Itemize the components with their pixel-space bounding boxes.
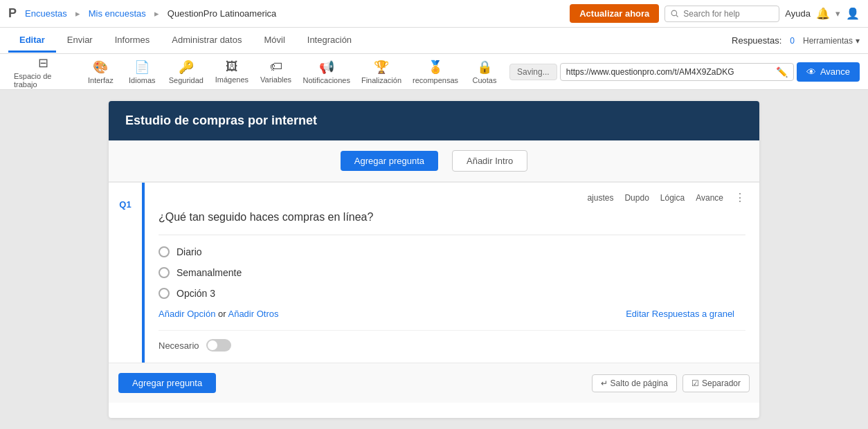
edit-url-icon[interactable]: ✏️ xyxy=(776,66,788,77)
herramientas-label: Herramientas xyxy=(803,36,853,46)
action-logica[interactable]: Lógica xyxy=(660,193,685,203)
breadcrumb-encuestas[interactable]: Encuestas xyxy=(25,8,67,19)
toolbar-imagenes[interactable]: 🖼 Imágenes xyxy=(210,57,253,86)
toolbar-finalizacion[interactable]: 🏆 Finalización xyxy=(357,57,406,87)
bottom-add-question-bar: Agregar pregunta ↵ Salto de página ☑ Sep… xyxy=(109,363,759,403)
upgrade-button[interactable]: Actualizar ahora xyxy=(570,4,659,23)
toolbar-variables-label: Variables xyxy=(260,75,291,84)
question-block: Q1 ajustes Dupdo Lógica Avance ⋮ ¿Qué ta… xyxy=(109,182,759,363)
bell-chevron: ▾ xyxy=(835,8,840,19)
toolbar: ⊟ Espacio de trabajo 🎨 Interfaz 📄 Idioma… xyxy=(0,54,868,90)
search-input[interactable] xyxy=(683,9,773,19)
toolbar-finalizacion-label: Finalización xyxy=(361,76,401,84)
herramientas-chevron-icon: ▾ xyxy=(856,36,860,46)
toolbar-seguridad-label: Seguridad xyxy=(169,76,204,84)
separador-button[interactable]: ☑ Separador xyxy=(682,374,750,392)
toolbar-espacio[interactable]: ⊟ Espacio de trabajo xyxy=(8,53,78,91)
herramientas-button[interactable]: Herramientas ▾ xyxy=(803,36,860,46)
bell-icon[interactable]: 🔔 xyxy=(816,7,830,20)
notificaciones-icon: 📢 xyxy=(319,60,334,75)
logo-icon: P xyxy=(8,6,17,21)
eye-icon: 👁 xyxy=(806,66,816,77)
salto-pagina-label: Salto de página xyxy=(611,378,668,388)
finalizacion-icon: 🏆 xyxy=(374,60,389,75)
main-content: Estudio de compras por internet Agregar … xyxy=(0,90,868,429)
recompensas-icon: 🏅 xyxy=(428,60,443,75)
toolbar-cuotas[interactable]: 🔒 Cuotas xyxy=(465,57,504,87)
url-input[interactable] xyxy=(566,67,772,77)
action-avance[interactable]: Avance xyxy=(696,193,723,203)
avance-button[interactable]: 👁 Avance xyxy=(797,62,860,82)
cuotas-icon: 🔒 xyxy=(477,60,492,75)
more-actions-icon[interactable]: ⋮ xyxy=(734,191,745,204)
user-avatar-icon[interactable]: 👤 xyxy=(846,7,860,20)
interfaz-icon: 🎨 xyxy=(93,60,108,75)
add-intro-button[interactable]: Añadir Intro xyxy=(452,150,527,172)
breadcrumb-mis-encuestas[interactable]: Mis encuestas xyxy=(89,8,146,19)
question-divider xyxy=(159,235,745,235)
toolbar-espacio-label: Espacio de trabajo xyxy=(14,72,73,89)
tab-administrar-datos[interactable]: Administrar datos xyxy=(161,29,253,53)
responses-label: Respuestas: xyxy=(732,35,781,46)
svg-point-0 xyxy=(671,10,677,16)
top-nav: P Encuestas ▸ Mis encuestas ▸ QuestionPr… xyxy=(0,0,868,28)
separador-label: Separador xyxy=(702,378,741,388)
toolbar-recompensas-label: recompensas xyxy=(413,76,458,84)
toolbar-cuotas-label: Cuotas xyxy=(473,76,497,84)
tab-informes[interactable]: Informes xyxy=(104,29,161,53)
option-text-1: Diario xyxy=(177,246,202,257)
help-link[interactable]: Ayuda xyxy=(785,8,811,19)
toolbar-notificaciones[interactable]: 📢 Notificaciones xyxy=(299,57,354,87)
tab-enviar[interactable]: Enviar xyxy=(56,29,104,53)
question-number: Q1 xyxy=(109,183,145,363)
responses-count[interactable]: 0 xyxy=(790,36,795,46)
option-text-2: Semanalmente xyxy=(177,267,242,278)
top-add-question-button[interactable]: Agregar pregunta xyxy=(341,151,438,171)
idiomas-icon: 📄 xyxy=(134,60,150,75)
breadcrumb-current: QuestionPro Latinoamerica xyxy=(168,8,277,19)
option-text-3: Opción 3 xyxy=(177,288,215,299)
tab-movil[interactable]: Móvil xyxy=(253,29,296,53)
breadcrumb-sep-1: ▸ xyxy=(75,8,80,19)
add-option-link[interactable]: Añadir Opción xyxy=(159,309,215,319)
breadcrumb-sep-2: ▸ xyxy=(154,8,159,19)
option-row-3: Opción 3 xyxy=(159,288,745,299)
option-row-1: Diario xyxy=(159,246,745,257)
toolbar-imagenes-label: Imágenes xyxy=(215,75,248,84)
survey-container: Estudio de compras por internet Agregar … xyxy=(109,101,759,418)
toolbar-idiomas[interactable]: 📄 Idiomas xyxy=(123,57,161,87)
toolbar-recompensas[interactable]: 🏅 recompensas xyxy=(408,57,462,87)
question-text[interactable]: ¿Qué tan seguido haces compras en línea? xyxy=(159,211,745,223)
required-row: Necesario xyxy=(159,330,745,352)
url-bar: ✏️ xyxy=(560,63,794,81)
toolbar-interfaz-label: Interfaz xyxy=(88,76,114,84)
radio-option-2[interactable] xyxy=(159,267,170,278)
edit-bulk-link[interactable]: Editar Respuestas a granel xyxy=(626,309,734,319)
add-others-link[interactable]: Añadir Otros xyxy=(228,309,278,319)
toolbar-variables[interactable]: 🏷 Variables xyxy=(256,57,296,86)
top-add-question-bar: Agregar pregunta Añadir Intro xyxy=(109,140,759,182)
salto-pagina-button[interactable]: ↵ Salto de página xyxy=(592,374,677,392)
or-text: or xyxy=(218,309,226,319)
salto-pagina-icon: ↵ xyxy=(601,378,608,388)
tab-editar[interactable]: Editar xyxy=(8,29,56,53)
bottom-add-question-button[interactable]: Agregar pregunta xyxy=(118,373,216,393)
radio-option-1[interactable] xyxy=(159,246,170,257)
required-toggle[interactable] xyxy=(206,339,231,352)
question-actions: ajustes Dupdo Lógica Avance ⋮ xyxy=(159,191,745,204)
option-row-2: Semanalmente xyxy=(159,267,745,278)
second-nav-right: Respuestas: 0 Herramientas ▾ xyxy=(732,35,860,46)
second-nav: Editar Enviar Informes Administrar datos… xyxy=(0,28,868,54)
action-dupdo[interactable]: Dupdo xyxy=(624,193,649,203)
toolbar-seguridad[interactable]: 🔑 Seguridad xyxy=(164,57,208,87)
seguridad-icon: 🔑 xyxy=(179,60,194,75)
toolbar-interfaz[interactable]: 🎨 Interfaz xyxy=(81,57,120,87)
search-box xyxy=(664,6,779,22)
question-content: ajustes Dupdo Lógica Avance ⋮ ¿Qué tan s… xyxy=(145,183,759,363)
variables-icon: 🏷 xyxy=(270,60,282,74)
radio-option-3[interactable] xyxy=(159,288,170,299)
action-ajustes[interactable]: ajustes xyxy=(587,193,613,203)
tab-integracion[interactable]: Integración xyxy=(296,29,363,53)
toolbar-idiomas-label: Idiomas xyxy=(129,76,156,84)
survey-header: Estudio de compras por internet xyxy=(109,101,759,140)
